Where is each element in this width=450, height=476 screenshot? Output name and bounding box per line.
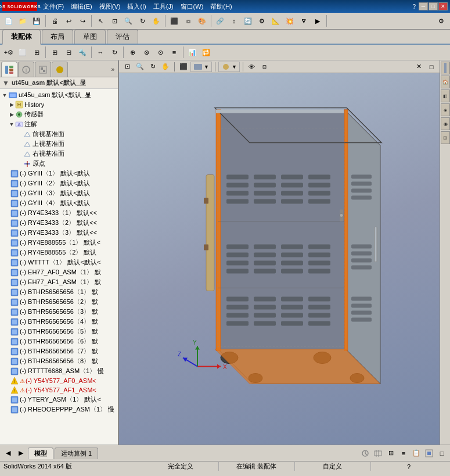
smart-fasteners-button[interactable]: 🔩: [76, 46, 89, 59]
tree-item-part-30[interactable]: ! ⚠ (-) Y54Y577_AF1_ASM<: [0, 385, 118, 395]
titlebar-controls[interactable]: ? ─ □ ✕: [412, 2, 448, 10]
bottom-tb-btn6[interactable]: [423, 448, 435, 459]
tree-item-part-26[interactable]: (-) BTHR56565656〈7〉 默: [0, 346, 118, 356]
bottom-tb-btn2[interactable]: [372, 448, 384, 459]
tree-item-origin[interactable]: 原点: [0, 159, 118, 169]
mirror-button[interactable]: ⊟: [62, 46, 75, 59]
tree-item-part-28[interactable]: (-) RTTTT6688_ASM〈1〉 慢: [0, 366, 118, 376]
view-wire-btn[interactable]: ⊞: [441, 131, 450, 144]
menu-help[interactable]: 帮助(H): [207, 2, 235, 12]
tree-item-part-23[interactable]: (-) BTHR56565656〈4〉 默: [0, 317, 118, 327]
section-view-btn[interactable]: ⧈: [259, 62, 271, 72]
view-top-button[interactable]: [441, 62, 450, 74]
bottom-scroll-left[interactable]: ◀: [2, 448, 14, 459]
tree-item-right-plane[interactable]: 右视基准面: [0, 149, 118, 159]
move-comp2-button[interactable]: ↔: [94, 46, 107, 59]
section-view-button[interactable]: ⧈: [182, 15, 195, 27]
menu-bar[interactable]: 文件(F) 编辑(E) 视图(V) 插入(I) 工具(J) 窗口(W) 帮助(H…: [39, 2, 236, 12]
clearance-button[interactable]: ⊙: [154, 46, 167, 59]
view-pan[interactable]: ✋: [160, 62, 171, 72]
bottom-scroll-right[interactable]: ▶: [15, 448, 27, 459]
assem-explode2-button[interactable]: ⊕: [126, 46, 139, 59]
reference-geom-button[interactable]: 📐: [269, 15, 282, 27]
bottom-tb-btn1[interactable]: [359, 448, 371, 459]
vp-close-button[interactable]: ✕: [413, 62, 424, 72]
smart-mate-button[interactable]: 🔗: [214, 15, 226, 27]
display-style-button[interactable]: 🎨: [196, 15, 208, 27]
tree-item-part-27[interactable]: (-) BTHR56565656〈8〉 默: [0, 356, 118, 366]
tab-assembly[interactable]: 装配体: [2, 30, 41, 45]
view-rotate[interactable]: ↻: [147, 62, 159, 72]
reload-button[interactable]: 🔁: [200, 46, 213, 59]
zoom-fit-button[interactable]: ⊡: [108, 15, 121, 27]
bottom-tb-btn3[interactable]: ⊞: [385, 448, 397, 459]
view-style-dropdown[interactable]: ▼: [190, 62, 212, 72]
view-orientation[interactable]: ⬛: [178, 62, 189, 72]
feature-tree[interactable]: ▼ ut45u_asm 默认<默认_显 ▶ H History ▶: [0, 89, 118, 445]
tree-item-part-9[interactable]: (-) GYIII〈2〉 默认<默认: [0, 178, 118, 188]
performance-eval-button[interactable]: 📊: [186, 46, 199, 59]
property-tab[interactable]: i: [18, 62, 34, 77]
assembly-features-button[interactable]: ⚙: [255, 15, 268, 27]
tree-item-part-21[interactable]: (-) BTHR56565656〈2〉 默: [0, 297, 118, 307]
bottom-tb-btn4[interactable]: ≡: [398, 448, 409, 459]
new-button[interactable]: 📄: [2, 15, 15, 27]
tree-item-part-22[interactable]: (-) BTHR56565656〈3〉 默: [0, 307, 118, 317]
view-home-button[interactable]: 🏠: [441, 76, 450, 88]
tree-item-part-10[interactable]: (-) GYIII〈3〉 默认<默认: [0, 188, 118, 198]
tree-item-part-14[interactable]: (-) RY4E3433〈3〉 默认<<: [0, 228, 118, 238]
mate-button[interactable]: ⊞: [30, 46, 43, 59]
config-tab[interactable]: [35, 62, 51, 77]
annotation-expand-icon[interactable]: ▼: [8, 120, 15, 128]
select-button[interactable]: ↖: [94, 15, 107, 27]
options-button[interactable]: ⚙: [435, 15, 448, 27]
menu-edit[interactable]: 编辑(E): [67, 2, 96, 12]
new-assembly-button[interactable]: ⬜: [16, 46, 29, 59]
tree-item-part-8[interactable]: (-) GYIII〈1〉 默认<默认: [0, 169, 118, 178]
tab-sketch[interactable]: 草图: [74, 30, 106, 44]
tab-evaluate[interactable]: 评估: [107, 30, 138, 44]
history-expand-icon[interactable]: ▶: [8, 101, 15, 109]
tree-item-annotation[interactable]: ▼ A 注解: [0, 119, 118, 129]
tree-item-part-16[interactable]: (-) RY4E888555〈2〉 默认: [0, 248, 118, 257]
hide-show-button[interactable]: 👁: [246, 62, 258, 72]
menu-window[interactable]: 窗口(W): [177, 2, 207, 12]
tree-item-part-18[interactable]: (-) EH77_AF0_ASM〈1〉 默: [0, 267, 118, 277]
rotate-button[interactable]: ↻: [136, 15, 149, 27]
bottom-tb-btn5[interactable]: 📋: [411, 448, 422, 459]
simulation-button[interactable]: ▶: [311, 15, 324, 27]
status-custom[interactable]: 自定义: [300, 462, 371, 471]
redo-button[interactable]: ↪: [76, 15, 89, 27]
rotate-comp2-button[interactable]: ↻: [108, 46, 121, 59]
tree-item-part-11[interactable]: (-) GYIII〈4〉 默认<默认: [0, 198, 118, 208]
tree-item-top-plane[interactable]: 上视基准面: [0, 139, 118, 149]
print-button[interactable]: 🖨: [48, 15, 61, 27]
save-button[interactable]: 💾: [30, 15, 43, 27]
tree-item-part-19[interactable]: (-) EH77_AF1_ASM〈1〉 默: [0, 277, 118, 287]
interference2-button[interactable]: ⊗: [140, 46, 153, 59]
maximize-button[interactable]: □: [429, 2, 438, 10]
view-front-btn[interactable]: ◧: [441, 90, 450, 102]
tree-item-part-15[interactable]: (-) RY4E888555〈1〉 默认<: [0, 238, 118, 248]
tree-item-part-12[interactable]: (-) RY4E3433〈1〉 默认<<: [0, 208, 118, 218]
menu-insert[interactable]: 插入(I): [124, 2, 149, 12]
sensor-expand-icon[interactable]: ▶: [8, 110, 15, 119]
tab-model[interactable]: 模型: [28, 448, 53, 459]
feature-tree-tab[interactable]: [1, 62, 17, 77]
menu-view[interactable]: 视图(V): [96, 2, 124, 12]
linear-pattern-button[interactable]: ⊞: [48, 46, 61, 59]
tree-item-part-31[interactable]: (-) YTERY_ASM〈1〉 默认<: [0, 395, 118, 405]
display-style-dropdown[interactable]: ▼: [218, 62, 240, 72]
minimize-button[interactable]: ─: [419, 2, 428, 10]
tree-item-part-20[interactable]: (-) BTHR56565656〈1〉 默: [0, 287, 118, 297]
undo-button[interactable]: ↩: [62, 15, 75, 27]
tree-item-part-29[interactable]: ! ⚠ (-) Y54Y577_AF0_ASM<: [0, 376, 118, 385]
view-zoom-fit[interactable]: ⊡: [121, 62, 133, 72]
insert-comp-button[interactable]: +⚙: [2, 46, 15, 59]
tree-item-part-13[interactable]: (-) RY4E3433〈2〉 默认<<: [0, 218, 118, 228]
tree-item-part-32[interactable]: (-) RHEOOEPPPP_ASM〈1〉 慢: [0, 405, 118, 414]
vp-maximize-button[interactable]: □: [426, 62, 437, 72]
close-button[interactable]: ✕: [438, 2, 448, 10]
tab-layout[interactable]: 布局: [42, 30, 73, 44]
view-orient-button[interactable]: ⬛: [168, 15, 181, 27]
